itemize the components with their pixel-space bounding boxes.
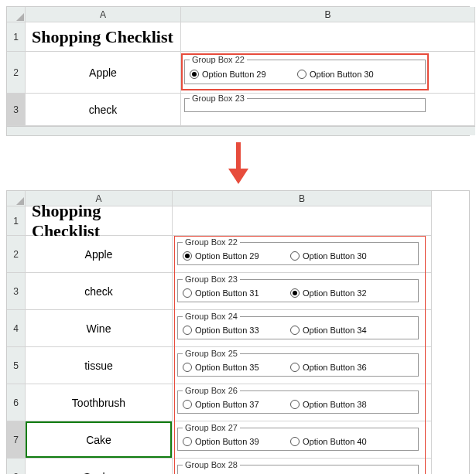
col-header-b[interactable]: B [173, 191, 432, 206]
col-header-a[interactable]: A [26, 7, 181, 22]
title-cell[interactable]: Shopping Checklist [26, 206, 173, 236]
group-box-22: Group Box 22 Option Button 29 Option But… [184, 55, 426, 84]
group-box-23: Group Box 23 [184, 94, 426, 112]
select-all-corner[interactable] [7, 7, 26, 22]
svg-rect-0 [236, 142, 241, 169]
scrollbar-area[interactable] [7, 126, 475, 135]
row-header-3[interactable]: 3 [7, 94, 26, 126]
row-header-1[interactable]: 1 [7, 22, 26, 52]
cell-b1[interactable] [181, 22, 475, 52]
spreadsheet-bottom: A B 1 Shopping Checklist 2 Apple Group B… [6, 190, 470, 474]
row-header-2[interactable]: 2 [7, 52, 26, 94]
row-header-5[interactable]: 5 [7, 347, 26, 384]
radio-label: Option Button 29 [202, 70, 266, 79]
arrow-down [6, 136, 470, 190]
row-header-1[interactable]: 1 [7, 206, 26, 236]
radio-icon [190, 70, 199, 79]
group-box-legend: Group Box 23 [190, 94, 247, 103]
radio-label: Option Button 30 [310, 70, 374, 79]
cell-a6[interactable]: Toothbrush [26, 384, 173, 421]
selection-outline-bottom [174, 236, 426, 474]
group-box-legend: Group Box 22 [190, 55, 247, 64]
row-header-4[interactable]: 4 [7, 310, 26, 347]
cell-a3[interactable]: check [26, 94, 181, 126]
title-cell[interactable]: Shopping Checklist [26, 22, 181, 52]
row-header-6[interactable]: 6 [7, 384, 26, 421]
cell-a7-active[interactable]: Cake [26, 421, 173, 459]
cell-a8[interactable]: Snake [26, 459, 173, 474]
arrow-down-icon [228, 142, 248, 184]
cell-b2[interactable]: Group Box 22 Option Button 29 Option But… [181, 52, 475, 94]
cell-a2[interactable]: Apple [26, 52, 181, 94]
cell-a5[interactable]: tissue [26, 347, 173, 384]
radio-icon [297, 70, 306, 79]
cell-b3[interactable]: Group Box 23 [181, 94, 475, 126]
option-button-29[interactable]: Option Button 29 [190, 70, 279, 79]
cell-a2[interactable]: Apple [26, 236, 173, 273]
cell-a3[interactable]: check [26, 273, 173, 310]
spreadsheet-top: A B 1 Shopping Checklist 2 Apple Group B… [6, 6, 470, 136]
row-header-2[interactable]: 2 [7, 236, 26, 273]
col-header-b[interactable]: B [181, 7, 475, 22]
row-header-3[interactable]: 3 [7, 273, 26, 310]
cell-b1[interactable] [173, 206, 432, 236]
svg-marker-1 [228, 169, 248, 184]
option-button-30[interactable]: Option Button 30 [297, 70, 386, 79]
row-header-7[interactable]: 7 [7, 421, 26, 459]
cell-a4[interactable]: Wine [26, 310, 173, 347]
row-header-8[interactable]: 8 [7, 459, 26, 474]
select-all-corner[interactable] [7, 191, 26, 206]
